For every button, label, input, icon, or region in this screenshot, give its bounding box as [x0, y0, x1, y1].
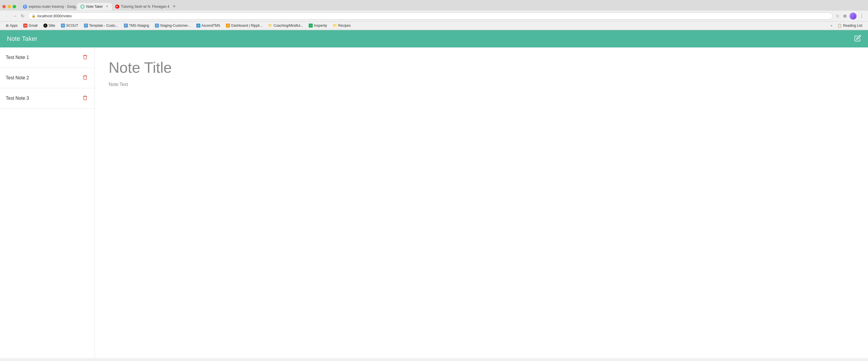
bookmark-ascendtms-label: AscendTMS [202, 24, 220, 28]
bookmark-dashboard[interactable]: D Dashboard | Rippli... [224, 23, 265, 28]
note-list-item-1[interactable]: Test Note 1 [0, 48, 95, 68]
bookmark-reading-list[interactable]: 📋 Reading List [835, 23, 865, 28]
gmail-favicon: M [23, 24, 27, 28]
tab-label-2: Note Taker [86, 5, 103, 9]
bookmark-staging-label: Staging-Customer... [160, 24, 191, 28]
bookmark-coaching[interactable]: 📁 Coaching/Mindful... [266, 23, 306, 28]
bookmark-apps[interactable]: ⊞ Apps [3, 23, 20, 28]
bookmark-star-button[interactable]: ☆ [835, 13, 840, 19]
navigation-bar: ← → ↻ 🔒 ☆ ⊕ ⋮ [0, 11, 868, 22]
bookmark-slite-label: Slite [49, 24, 55, 28]
app-title: Note Taker [7, 35, 37, 42]
pencil-icon [854, 35, 861, 42]
forward-button[interactable]: → [11, 13, 19, 19]
bookmark-template-label: Template - Custo... [89, 24, 118, 28]
browser-tab-1[interactable]: G express router traversy - Goog... ✕ [20, 3, 77, 10]
profile-image [849, 13, 857, 20]
app-body: Test Note 1 Test Note 2 Test Note 3 [0, 48, 868, 358]
trash-icon-2 [83, 75, 88, 80]
scout-favicon: S [61, 24, 65, 28]
bookmark-reading-list-label: Reading List [843, 24, 862, 28]
slite-favicon: S [43, 24, 48, 28]
note-title-2: Test Note 2 [6, 75, 29, 81]
tms-favicon: T [124, 24, 128, 28]
browser-tab-2[interactable]: Note Taker ✕ [77, 3, 112, 10]
bookmark-scout-label: SCOUT [66, 24, 78, 28]
bookmark-insperity-label: Insperity [314, 24, 327, 28]
app-header: Note Taker [0, 30, 868, 48]
bookmark-tms-label: TMS-Staigng [129, 24, 149, 28]
back-button[interactable]: ← [3, 13, 10, 19]
note-list-item-2[interactable]: Test Note 2 [0, 68, 95, 88]
extensions-button[interactable]: ⊕ [842, 13, 847, 19]
template-favicon: T [84, 24, 88, 28]
profile-avatar[interactable] [849, 13, 857, 20]
note-detail-panel: Note Title Note Text [95, 48, 868, 358]
nav-buttons: ← → ↻ [3, 13, 26, 19]
recipes-folder-icon: 📁 [333, 24, 337, 28]
app-container: Note Taker Test Note 1 Test Note 2 [0, 30, 868, 358]
close-window-button[interactable] [2, 5, 6, 8]
minimize-window-button[interactable] [7, 5, 11, 8]
url-input[interactable] [37, 14, 829, 18]
tab-label-3: Tutoring Sesh w/ N. Finnegan 4... [121, 5, 169, 9]
tab-favicon-2 [81, 5, 85, 9]
bookmark-apps-label: Apps [10, 24, 18, 28]
bookmark-slite[interactable]: S Slite [41, 23, 58, 28]
bookmark-tms-staging[interactable]: T TMS-Staigng [122, 23, 152, 28]
note-list-item-3[interactable]: Test Note 3 [0, 88, 95, 109]
tab-close-2[interactable]: ✕ [106, 5, 108, 8]
svg-point-0 [81, 5, 84, 8]
bookmark-recipes-label: Recipes [338, 24, 351, 28]
tab-label-1: express router traversy - Goog... [29, 5, 77, 9]
bookmark-staging-customer[interactable]: S Staging-Customer... [153, 23, 193, 28]
bookmark-ascendtms[interactable]: A AscendTMS [194, 23, 222, 28]
bookmark-recipes[interactable]: 📁 Recipes [331, 23, 353, 28]
note-text-placeholder: Note Text [108, 82, 854, 87]
bookmarks-more-button[interactable]: » [829, 23, 834, 28]
tab-favicon-1: G [23, 5, 27, 9]
apps-icon: ⊞ [6, 24, 9, 28]
coaching-folder-icon: 📁 [268, 24, 273, 28]
bookmark-insperity[interactable]: I Insperity [306, 23, 329, 28]
lock-icon: 🔒 [32, 14, 36, 18]
insperity-favicon: I [309, 24, 313, 28]
bookmark-coaching-label: Coaching/Mindful... [274, 24, 303, 28]
nav-actions: ☆ ⊕ ⋮ [835, 13, 865, 20]
bookmark-dashboard-label: Dashboard | Rippli... [231, 24, 262, 28]
dashboard-favicon: D [226, 24, 230, 28]
bookmark-gmail-label: Gmail [28, 24, 37, 28]
address-bar[interactable]: 🔒 [28, 12, 833, 20]
bookmarks-bar: ⊞ Apps M Gmail S Slite S SCOUT T Templat… [0, 22, 868, 30]
delete-note-3-button[interactable] [81, 95, 89, 102]
traffic-lights [2, 5, 16, 8]
note-title-placeholder: Note Title [108, 59, 854, 76]
new-note-button[interactable] [854, 35, 861, 43]
tab-bar: G express router traversy - Goog... ✕ No… [0, 0, 868, 11]
browser-tab-3[interactable]: ▶ Tutoring Sesh w/ N. Finnegan 4... ✕ [112, 3, 169, 10]
bookmark-scout[interactable]: S SCOUT [59, 23, 81, 28]
note-title-3: Test Note 3 [6, 96, 29, 101]
notes-sidebar: Test Note 1 Test Note 2 Test Note 3 [0, 48, 95, 358]
browser-menu-button[interactable]: ⋮ [859, 13, 865, 19]
new-tab-button[interactable]: + [170, 2, 178, 11]
ascendtms-favicon: A [196, 24, 200, 28]
trash-icon-1 [83, 54, 88, 60]
bookmark-template[interactable]: T Template - Custo... [82, 23, 120, 28]
staging-favicon: S [155, 24, 159, 28]
note-title-1: Test Note 1 [6, 55, 29, 60]
maximize-window-button[interactable] [13, 5, 16, 8]
reading-list-icon: 📋 [838, 24, 842, 28]
reload-button[interactable]: ↻ [20, 13, 26, 19]
delete-note-1-button[interactable] [81, 54, 89, 61]
bookmark-gmail[interactable]: M Gmail [21, 23, 40, 28]
trash-icon-3 [83, 95, 88, 100]
delete-note-2-button[interactable] [81, 74, 89, 82]
browser-chrome: G express router traversy - Goog... ✕ No… [0, 0, 868, 30]
tab-favicon-3: ▶ [115, 5, 119, 9]
